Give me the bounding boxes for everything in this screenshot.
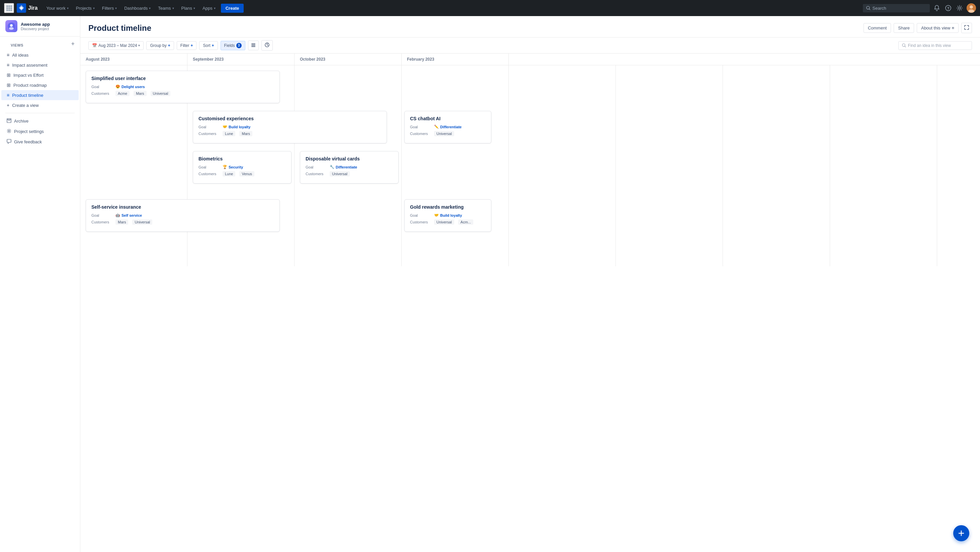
auto-schedule-button[interactable] <box>261 40 273 51</box>
nav-right: ? <box>863 3 976 13</box>
nav-projects[interactable]: Projects ▾ <box>73 4 98 13</box>
svg-text:?: ? <box>947 6 950 10</box>
help-icon[interactable]: ? <box>944 4 953 13</box>
card-customers-row: Customers Universal <box>410 131 486 136</box>
add-view-button[interactable]: + <box>71 41 75 47</box>
jira-logo-icon <box>17 3 26 13</box>
sidebar-item-impact-assessment[interactable]: ≡ Impact assesment <box>2 60 79 70</box>
idea-card-self-service[interactable]: Self-service insurance Goal 🤖 Self servi… <box>86 199 280 232</box>
sidebar-item-label: Give feedback <box>14 139 42 144</box>
customer-tag: Universal <box>151 91 171 96</box>
goal-label: Goal <box>410 213 431 217</box>
filter-button[interactable]: Filter + <box>177 41 197 50</box>
nav-plans[interactable]: Plans ▾ <box>178 4 199 13</box>
nav-teams[interactable]: Teams ▾ <box>154 4 177 13</box>
svg-rect-2 <box>10 5 12 7</box>
sidebar-item-give-feedback[interactable]: Give feedback <box>2 137 79 147</box>
sidebar-item-all-ideas[interactable]: ≡ All ideas <box>2 50 79 60</box>
nav-links: Your work ▾ Projects ▾ Filters ▾ Dashboa… <box>43 4 860 13</box>
month-header-oct: October 2023 <box>300 57 325 62</box>
sort-button[interactable]: Sort + <box>199 41 218 50</box>
svg-rect-8 <box>10 10 12 11</box>
sidebar-item-label: Product timeline <box>12 93 43 98</box>
idea-card-cs-chatbot[interactable]: CS chatbot AI Goal ✏️ Differentiate Cust… <box>404 111 492 144</box>
idea-card-simplified-ui[interactable]: Simplified user interface Goal 😍 Delight… <box>86 71 280 103</box>
card-title: Simplified user interface <box>91 76 274 81</box>
project-header[interactable]: Awesome app Discovery project <box>0 16 80 37</box>
sidebar-item-product-roadmap[interactable]: ⊞ Product roadmap <box>2 80 79 90</box>
search-input[interactable] <box>873 6 926 11</box>
card-customers-row: Customers Mars Universal <box>91 219 274 225</box>
nav-apps[interactable]: Apps ▾ <box>199 4 219 13</box>
card-goal: 🤖 Self service <box>116 213 142 217</box>
svg-point-15 <box>970 5 973 9</box>
nav-your-work[interactable]: Your work ▾ <box>43 4 72 13</box>
timeline-header: August 2023 September 2023 October 2023 … <box>80 54 980 65</box>
date-range-button[interactable]: 📅 Aug 2023 – Mar 2024 ▾ <box>88 41 143 50</box>
customer-tag: Universal <box>434 219 454 225</box>
timeline-container[interactable]: August 2023 September 2023 October 2023 … <box>80 54 980 552</box>
notifications-icon[interactable] <box>932 4 941 13</box>
sidebar-item-project-settings[interactable]: Project settings <box>2 126 79 137</box>
group-by-button[interactable]: Group by + <box>146 41 174 50</box>
card-goal: 🤝 Build loyalty <box>223 124 250 129</box>
fields-button[interactable]: Fields 3 <box>221 41 245 50</box>
grid-menu-icon[interactable] <box>4 3 14 13</box>
sidebar-item-product-timeline[interactable]: ≡ Product timeline <box>2 90 79 100</box>
idea-card-gold-rewards[interactable]: Gold rewards marketing Goal 🤝 Build loya… <box>404 199 492 232</box>
card-customers-row: Customers Universal <box>305 171 393 177</box>
about-view-button[interactable]: About this view ≡ <box>917 23 959 33</box>
sidebar-item-create-view[interactable]: + Create a view <box>2 100 79 110</box>
views-label: VIEWS <box>5 39 29 49</box>
customers-label: Customers <box>91 91 113 96</box>
svg-rect-3 <box>6 7 8 9</box>
goal-label: Goal <box>199 125 220 129</box>
customer-tag: Venus <box>239 171 255 177</box>
card-title: Biometrics <box>199 156 286 161</box>
idea-card-biometrics[interactable]: Biometrics Goal 🏆 Security Customers Lun… <box>193 151 291 183</box>
sidebar-item-archive[interactable]: Archive <box>2 116 79 126</box>
card-title: Gold rewards marketing <box>410 204 486 210</box>
search-input[interactable] <box>908 43 968 48</box>
comment-button[interactable]: Comment <box>864 23 891 33</box>
month-header-feb: February 2023 <box>407 57 434 62</box>
customer-tag: Lune <box>223 131 235 136</box>
avatar[interactable] <box>967 3 976 13</box>
idea-card-customised-experiences[interactable]: Customised experiences Goal 🤝 Build loya… <box>193 111 387 144</box>
add-idea-fab[interactable] <box>953 525 969 541</box>
project-type: Discovery project <box>21 27 50 31</box>
timeline-search[interactable] <box>898 41 972 50</box>
chevron-down-icon: ▾ <box>194 6 195 10</box>
sidebar-item-label: Impact vs Effort <box>13 73 43 78</box>
jira-logo[interactable]: Jira <box>17 3 38 13</box>
card-goal-row: Goal 🤖 Self service <box>91 213 274 217</box>
grid-icon: ⊞ <box>7 82 11 88</box>
svg-rect-24 <box>251 43 255 44</box>
project-name: Awesome app <box>21 22 50 27</box>
search-box[interactable] <box>863 4 930 13</box>
share-button[interactable]: Share <box>894 23 914 33</box>
svg-point-13 <box>959 7 961 9</box>
card-goal-row: Goal 🤝 Build loyalty <box>410 213 486 217</box>
sidebar-item-impact-effort[interactable]: ⊞ Impact vs Effort <box>2 70 79 80</box>
app-layout: Awesome app Discovery project VIEWS + ≡ … <box>0 16 980 552</box>
expand-button[interactable] <box>961 23 972 33</box>
view-options-button[interactable] <box>248 40 259 50</box>
idea-card-disposable-cards[interactable]: Disposable virtual cards Goal 🔧 Differen… <box>300 151 399 183</box>
month-header-sep: September 2023 <box>193 57 224 62</box>
customer-tag: Mars <box>134 91 146 96</box>
customer-tag: Acme <box>116 91 129 96</box>
card-title: Disposable virtual cards <box>305 156 393 161</box>
nav-filters[interactable]: Filters ▾ <box>99 4 120 13</box>
svg-line-29 <box>905 46 906 47</box>
nav-dashboards[interactable]: Dashboards ▾ <box>121 4 154 13</box>
svg-point-23 <box>8 130 10 132</box>
settings-icon[interactable] <box>955 4 964 13</box>
card-goal: 😍 Delight users <box>116 85 145 89</box>
svg-line-10 <box>869 9 870 10</box>
create-button[interactable]: Create <box>221 4 243 13</box>
card-title: Customised experiences <box>199 116 381 121</box>
card-goal-row: Goal 😍 Delight users <box>91 85 274 89</box>
chevron-down-icon: ▾ <box>172 6 174 10</box>
header-actions: Comment Share About this view ≡ <box>864 23 972 33</box>
